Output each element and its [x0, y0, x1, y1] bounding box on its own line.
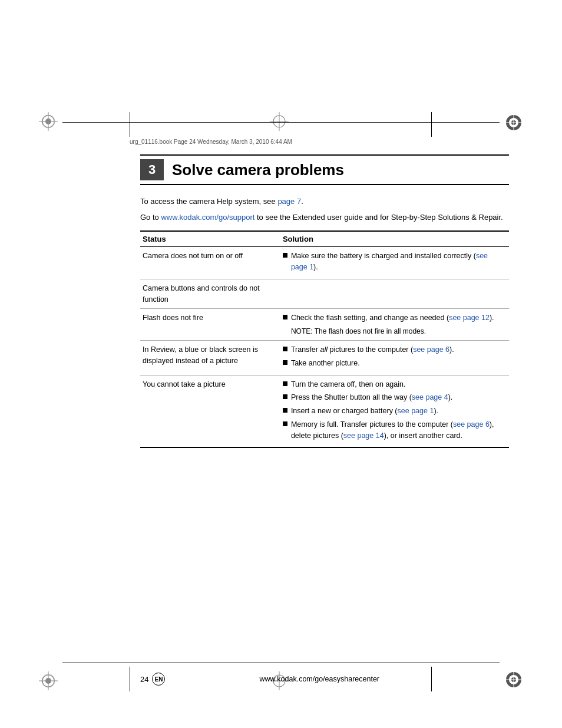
- content-area: 3 Solve camera problems To access the ca…: [140, 154, 509, 651]
- solution-text: Check the flash setting, and change as n…: [291, 312, 494, 324]
- note-text: NOTE: The flash does not fire in all mod…: [291, 326, 504, 337]
- solution-item: Transfer all pictures to the computer (s…: [283, 344, 504, 355]
- table-row: Camera does not turn on or offMake sure …: [140, 247, 509, 279]
- table-row: In Review, a blue or black screen is dis…: [140, 341, 509, 375]
- table-row: Camera buttons and controls do not funct…: [140, 279, 509, 309]
- table-cell-solution: Turn the camera off, then on again.Press…: [280, 375, 509, 447]
- intro-line1-link[interactable]: page 7: [277, 197, 301, 206]
- solution-item: Turn the camera off, then on again.: [283, 379, 504, 390]
- footer-left: 24 EN: [140, 673, 165, 686]
- crop-line-top-v-right: [431, 112, 432, 137]
- solution-item: Insert a new or charged battery (see pag…: [283, 406, 504, 417]
- intro-line1-prefix: To access the camera Help system, see: [140, 197, 277, 206]
- crop-line-bottom-h: [62, 663, 500, 663]
- solution-item: Take another picture.: [283, 358, 504, 369]
- solution-item: Memory is full. Transfer pictures to the…: [283, 419, 504, 442]
- table-cell-solution: [280, 279, 509, 309]
- solution-text: Make sure the battery is charged and ins…: [291, 251, 504, 273]
- col-solution-header: Solution: [280, 231, 509, 247]
- solution-item: Check the flash setting, and change as n…: [283, 312, 504, 324]
- table-cell-solution: Transfer all pictures to the computer (s…: [280, 341, 509, 375]
- intro-line2-prefix: Go to: [140, 213, 161, 222]
- bullet-icon: [283, 421, 287, 426]
- table-header-row: Status Solution: [140, 231, 509, 247]
- table-cell-status: Camera buttons and controls do not funct…: [140, 279, 280, 309]
- solution-text: Transfer all pictures to the computer (s…: [291, 344, 454, 355]
- chapter-title: Solve camera problems: [172, 161, 344, 179]
- reg-mark-top-left: [38, 111, 59, 132]
- intro-line2-suffix: to see the Extended user guide and for S…: [254, 213, 503, 222]
- intro-line2-link[interactable]: www.kodak.com/go/support: [161, 213, 254, 222]
- table-cell-status: Flash does not fire: [140, 309, 280, 341]
- crop-line-top-v-left: [130, 112, 130, 137]
- table-row: Flash does not fireCheck the flash setti…: [140, 309, 509, 341]
- bullet-icon: [283, 381, 287, 386]
- reg-mark-top-right: [502, 111, 525, 134]
- solution-text: Memory is full. Transfer pictures to the…: [291, 419, 504, 442]
- chapter-header: 3 Solve camera problems: [140, 154, 509, 185]
- footer-url: www.kodak.com/go/easysharecenter: [165, 675, 474, 683]
- intro-line1: To access the camera Help system, see pa…: [140, 196, 509, 207]
- bullet-icon: [283, 315, 287, 319]
- solution-text: Press the Shutter button all the way (se…: [291, 392, 452, 403]
- table-cell-solution: Make sure the battery is charged and ins…: [280, 247, 509, 279]
- table-row: You cannot take a pictureTurn the camera…: [140, 375, 509, 447]
- solution-item: Make sure the battery is charged and ins…: [283, 251, 504, 273]
- footer: 24 EN www.kodak.com/go/easysharecenter: [140, 673, 509, 686]
- bullet-icon: [283, 394, 287, 399]
- page-wrapper: urg_01116.book Page 24 Wednesday, March …: [0, 0, 562, 728]
- page-meta: urg_01116.book Page 24 Wednesday, March …: [130, 139, 292, 145]
- solution-text: Insert a new or charged battery (see pag…: [291, 406, 438, 417]
- bullet-icon: [283, 347, 287, 351]
- reg-mark-top-center: [269, 111, 290, 132]
- reg-mark-bottom-left: [38, 670, 59, 691]
- crop-line-bottom-v-left: [130, 667, 130, 691]
- bullet-icon: [283, 408, 287, 413]
- table-cell-status: Camera does not turn on or off: [140, 247, 280, 279]
- solution-item: Press the Shutter button all the way (se…: [283, 392, 504, 403]
- bullet-icon: [283, 253, 287, 258]
- table-cell-status: In Review, a blue or black screen is dis…: [140, 341, 280, 375]
- en-badge: EN: [152, 673, 165, 686]
- chapter-number: 3: [140, 159, 164, 180]
- solution-text: Take another picture.: [291, 358, 360, 369]
- intro-line2: Go to www.kodak.com/go/support to see th…: [140, 212, 509, 223]
- crop-line-top-h: [62, 122, 500, 123]
- solution-text: Turn the camera off, then on again.: [291, 379, 406, 390]
- table-cell-status: You cannot take a picture: [140, 375, 280, 447]
- table-cell-solution: Check the flash setting, and change as n…: [280, 309, 509, 341]
- col-status-header: Status: [140, 231, 280, 247]
- problem-table: Status Solution Camera does not turn on …: [140, 230, 509, 448]
- bullet-icon: [283, 360, 287, 365]
- intro-line1-suffix: .: [301, 197, 303, 206]
- page-number: 24: [140, 675, 148, 684]
